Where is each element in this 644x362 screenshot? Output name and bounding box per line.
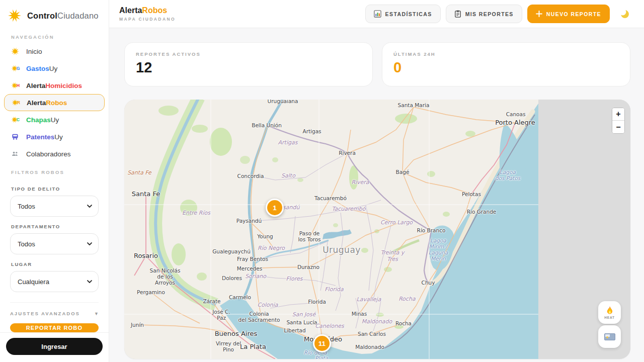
sidebar-item-label: AlertaHomicidios [26,82,82,89]
filter-lugar-select-wrap: Cualquiera [10,271,99,292]
map-zoom-control: + − [612,108,625,134]
page-subtitle: Mapa Ciudadano [119,17,176,22]
page-title: AlertaRobos [119,6,176,15]
sidebar-item-chapasuy[interactable]: C ChapasUy [4,111,105,128]
my-reports-button-label: Mis Reportes [465,11,514,17]
caret-down-icon: ▼ [94,311,99,316]
advanced-settings-label: Ajustes Avanzados [10,311,80,316]
filter-depto-label: Departamento [11,224,98,229]
zoom-out-button[interactable]: − [612,121,624,133]
svg-text:G: G [17,66,20,71]
svg-text:R: R [17,100,21,105]
map-marker-cluster[interactable]: 11 [313,334,331,352]
hand-burst-h-icon: H [11,81,21,90]
sidebar-item-label: AlertaRobos [27,99,67,107]
people-icon [11,149,21,158]
label-suffix: Homicidios [45,82,82,89]
main-content: Reportes Activos 12 Últimas 24h 0 [109,28,644,362]
brand-name: ControlCiudadano [27,11,99,21]
stat-label: Últimas 24h [393,51,619,57]
heatmap-toggle-button[interactable]: HEAT [598,301,621,324]
stat-value: 12 [136,59,361,76]
stat-card-last-24h: Últimas 24h 0 [382,42,630,86]
label-suffix: Uy [54,133,63,141]
statistics-button[interactable]: Estadísticas [365,5,441,23]
map-canvas[interactable]: UruguaianaSanta MariaCanoasPorto AlegreB… [124,100,630,359]
content-column: AlertaRobos Mapa Ciudadano Estadísticas … [109,0,644,362]
filter-tipo-select-wrap: Todos [10,196,99,217]
label-text: Colaboradores [26,150,71,158]
layers-icon [604,333,615,340]
logo-hand-icon [8,9,21,22]
new-report-button-label: Nuevo Reporte [546,11,601,17]
stat-label: Reportes Activos [136,51,361,57]
sidebar-item-label: Inicio [26,48,42,55]
filter-lugar-label: Lugar [11,261,98,267]
bus-icon [11,132,21,141]
topbar: AlertaRobos Mapa Ciudadano Estadísticas … [109,0,644,28]
my-reports-button[interactable]: Mis Reportes [446,5,522,23]
label-prefix: Alerta [26,82,45,89]
bar-chart-icon [374,10,381,18]
label-prefix: Patentes [26,133,54,141]
label-suffix: Uy [49,65,58,72]
map-base-art [124,100,630,359]
sidebar-item-label: PatentesUy [26,133,63,141]
label-prefix: Chapas [26,116,51,124]
filters-panel: Tipo de delito Todos Departamento Todos … [0,178,109,292]
app-root: ControlCiudadano Navegación Inicio G Gas… [0,0,644,362]
sidebar: ControlCiudadano Navegación Inicio G Gas… [0,0,109,362]
sidebar-item-alertahomicidios[interactable]: H AlertaHomicidios [4,77,105,94]
report-robbery-button[interactable]: Reportar Robo [10,323,99,332]
brand-logo[interactable]: ControlCiudadano [0,0,109,29]
label-suffix: Robos [46,99,67,107]
hand-burst-r-icon: R [12,98,22,107]
stat-value: 0 [393,59,619,76]
brand-name-bold: Control [27,11,57,20]
stat-card-active-reports: Reportes Activos 12 [124,42,373,86]
stat-cards: Reportes Activos 12 Últimas 24h 0 [124,42,630,86]
sidebar-item-alertarobos[interactable]: R AlertaRobos [4,94,105,111]
label-prefix: Gastos [26,65,49,72]
sidebar-item-patentesuy[interactable]: PatentesUy [4,128,105,145]
hand-burst-g-icon: G [11,64,21,73]
filter-tipo-select[interactable]: Todos [10,196,99,217]
sidebar-item-label: ChapasUy [26,116,59,124]
heat-label: HEAT [604,316,614,319]
advanced-settings-toggle[interactable]: Ajustes Avanzados ▼ [10,302,99,316]
filters-section-label: Filtros Robos [0,162,109,178]
svg-text:H: H [17,83,20,88]
label-prefix: Alerta [27,99,46,107]
statistics-button-label: Estadísticas [385,11,432,17]
sidebar-item-colaboradores[interactable]: Colaboradores [4,145,105,162]
page-title-block: AlertaRobos Mapa Ciudadano [119,6,176,22]
moon-icon [620,9,629,19]
sidebar-item-gastosuy[interactable]: G GastosUy [4,60,105,77]
hand-burst-c-icon: C [11,115,21,124]
svg-text:C: C [17,117,20,122]
login-button[interactable]: Ingresar [6,338,103,355]
filter-lugar-select[interactable]: Cualquiera [10,271,99,292]
sidebar-item-label: GastosUy [26,65,57,72]
hand-burst-icon [11,47,21,56]
page-title-prefix: Alerta [119,6,142,15]
label-text: Inicio [26,48,42,55]
topbar-actions: Estadísticas Mis Reportes Nuevo Reporte [365,5,631,23]
sidebar-item-label: Colaboradores [26,150,71,158]
sidebar-item-inicio[interactable]: Inicio [4,43,105,60]
zoom-in-button[interactable]: + [612,108,624,121]
flame-icon [606,306,614,315]
filter-depto-select[interactable]: Todos [10,233,99,254]
sidebar-bottom: Ingresar [0,332,109,362]
new-report-button[interactable]: Nuevo Reporte [527,5,610,23]
clipboard-icon [454,10,461,18]
layers-control-button[interactable] [598,325,621,348]
label-suffix: Uy [51,116,59,124]
nav-list: Inicio G GastosUy H AlertaHomicidios R A… [0,43,109,162]
brand-name-light: Ciudadano [57,11,99,20]
dark-mode-toggle[interactable] [618,8,631,21]
page-title-accent: Robos [142,6,167,15]
filter-depto-select-wrap: Todos [10,233,99,254]
map-marker-cluster[interactable]: 1 [266,199,284,217]
filter-tipo-label: Tipo de delito [11,186,98,192]
